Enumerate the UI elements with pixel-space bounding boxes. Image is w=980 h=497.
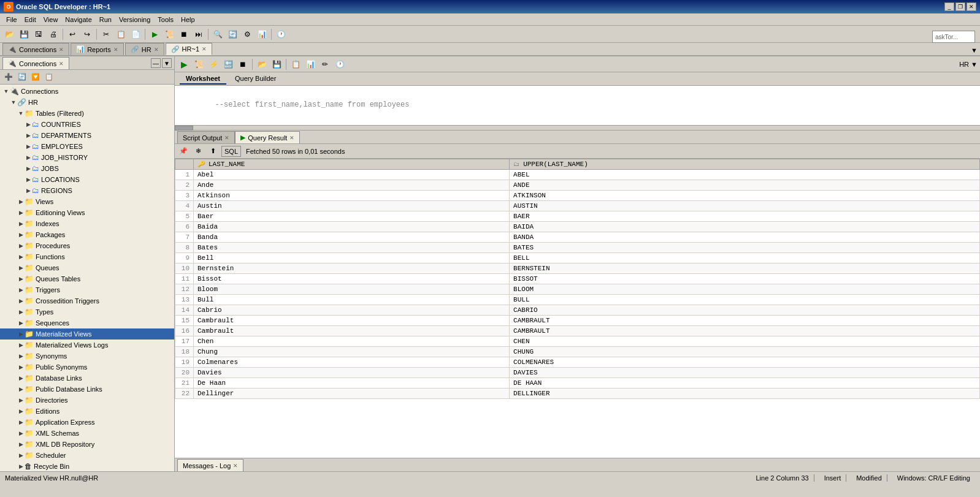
- open-sql-button[interactable]: 📂: [255, 58, 269, 71]
- left-panel-dropdown[interactable]: ▼: [162, 58, 172, 68]
- table-row[interactable]: 2AndeANDE: [175, 180, 980, 191]
- explain-plan-button[interactable]: 📋: [289, 58, 302, 71]
- tree-types[interactable]: ▶ 📁 Types: [0, 306, 174, 317]
- table-row[interactable]: 7BandaBANDA: [175, 232, 980, 243]
- history-button[interactable]: 🕐: [333, 58, 346, 71]
- menu-edit[interactable]: Edit: [21, 15, 40, 25]
- minimize-button[interactable]: _: [944, 2, 954, 11]
- table-row[interactable]: 6BaidaBAIDA: [175, 222, 980, 232]
- save-all-button[interactable]: 🖫: [32, 28, 45, 41]
- table-row[interactable]: 20DaviesDAVIES: [175, 368, 980, 378]
- tree-database-links[interactable]: ▶ 📁 Database Links: [0, 373, 174, 384]
- tab-messages-log[interactable]: Messages - Log ✕: [177, 459, 243, 471]
- editor-scrollbar[interactable]: [175, 126, 980, 131]
- format-button[interactable]: ⚙: [240, 28, 254, 41]
- query-result-tab-close[interactable]: ✕: [289, 135, 294, 141]
- tree-synonyms[interactable]: ▶ 📁 Synonyms: [0, 351, 174, 362]
- menu-run[interactable]: Run: [96, 15, 115, 25]
- pin-button[interactable]: 📌: [177, 145, 189, 157]
- editor-scroll-thumb[interactable]: [175, 126, 193, 131]
- close-button[interactable]: ✕: [967, 2, 976, 11]
- tree-expand-employees[interactable]: ▶: [25, 143, 32, 150]
- left-tab-connections[interactable]: 🔌 Connections ✕: [2, 57, 69, 69]
- tree-expand-countries[interactable]: ▶: [25, 121, 32, 128]
- table-row[interactable]: 11BissotBISSOT: [175, 274, 980, 284]
- table-row[interactable]: 12BloomBLOOM: [175, 284, 980, 295]
- tree-functions[interactable]: ▶ 📁 Functions: [0, 251, 174, 262]
- tree-application-express[interactable]: ▶ 📁 Application Express: [0, 417, 174, 428]
- tree-packages[interactable]: ▶ 📁 Packages: [0, 229, 174, 240]
- table-row[interactable]: 15CambraultCAMBRAULT: [175, 316, 980, 326]
- tree-table-job-history[interactable]: ▶ 🗂 JOB_HISTORY: [0, 152, 174, 163]
- tree-crossedition-triggers[interactable]: ▶ 📁 Crossedition Triggers: [0, 295, 174, 306]
- table-row[interactable]: 5BaerBAER: [175, 211, 980, 222]
- commit-button[interactable]: ⚡: [207, 58, 220, 71]
- run-script-button[interactable]: 📜: [163, 28, 176, 41]
- menu-view[interactable]: View: [40, 15, 62, 25]
- tree-expand-locations[interactable]: ▶: [25, 176, 32, 183]
- table-row[interactable]: 16CambraultCAMBRAULT: [175, 326, 980, 336]
- col-header-upper-last-name[interactable]: 🗂 UPPER(LAST_NAME): [510, 159, 980, 170]
- tree-materialized-views[interactable]: ▶ 📁 Materialized Views: [0, 328, 174, 340]
- edit-button[interactable]: ✏: [318, 58, 332, 71]
- connections-tab-close[interactable]: ✕: [59, 47, 64, 53]
- tree-expand-hr[interactable]: ▼: [10, 99, 17, 106]
- run-statement-button[interactable]: ▶: [177, 58, 191, 71]
- copy-button[interactable]: 📋: [114, 28, 128, 41]
- col-header-last-name[interactable]: 🔑 LAST_NAME: [194, 159, 510, 170]
- save-sql-button[interactable]: 💾: [270, 58, 283, 71]
- table-row[interactable]: 9BellBELL: [175, 253, 980, 264]
- tree-expand-departments[interactable]: ▶: [25, 132, 32, 139]
- tree-triggers[interactable]: ▶ 📁 Triggers: [0, 284, 174, 295]
- autotrace-button[interactable]: 📊: [304, 58, 317, 71]
- freeze-button[interactable]: ❄: [192, 145, 204, 157]
- tree-hr[interactable]: ▼ 🔗 HR: [0, 97, 174, 108]
- add-connection-button[interactable]: ➕: [2, 71, 15, 83]
- tree-public-synonyms[interactable]: ▶ 📁 Public Synonyms: [0, 362, 174, 373]
- refresh-button[interactable]: 🔄: [16, 71, 28, 83]
- history-button[interactable]: 🕐: [274, 28, 288, 41]
- tree-public-database-links[interactable]: ▶ 📁 Public Database Links: [0, 384, 174, 395]
- editor-area[interactable]: --select first_name,last_name from emplo…: [175, 86, 980, 126]
- tree-sequences[interactable]: ▶ 📁 Sequences: [0, 317, 174, 328]
- tree-expand-connections[interactable]: ▼: [2, 88, 10, 95]
- data-table-wrapper[interactable]: 🔑 LAST_NAME 🗂 UPPER(LAST_NAME) 1AbelABEL…: [175, 159, 980, 458]
- table-row[interactable]: 13BullBULL: [175, 295, 980, 305]
- table-row[interactable]: 14CabrioCABRIO: [175, 305, 980, 316]
- tree-tables-filtered[interactable]: ▼ 📁 Tables (Filtered): [0, 108, 174, 119]
- tree-table-departments[interactable]: ▶ 🗂 DEPARTMENTS: [0, 130, 174, 141]
- left-tab-conn-close[interactable]: ✕: [59, 61, 64, 67]
- tree-table-locations[interactable]: ▶ 🗂 LOCATIONS: [0, 174, 174, 185]
- hr1-tab-close[interactable]: ✕: [202, 46, 207, 52]
- tab-hr1[interactable]: 🔗 HR~1 ✕: [166, 43, 212, 55]
- tree-xml-db-repository[interactable]: ▶ 📁 XML DB Repository: [0, 439, 174, 450]
- table-row[interactable]: 19ColmenaresCOLMENARES: [175, 357, 980, 368]
- tab-query-builder[interactable]: Query Builder: [229, 74, 282, 85]
- step-button[interactable]: ⏭: [192, 28, 205, 41]
- filter-button[interactable]: 🔽: [29, 71, 42, 83]
- cut-button[interactable]: ✂: [99, 28, 113, 41]
- menu-versioning[interactable]: Versioning: [115, 15, 154, 25]
- print-button[interactable]: 🖨: [47, 28, 60, 41]
- ask-tooltip-box[interactable]: askTor...: [932, 31, 975, 43]
- table-row[interactable]: 21De HaanDE HAAN: [175, 378, 980, 389]
- reports-tab-close[interactable]: ✕: [113, 47, 118, 53]
- rollback-button[interactable]: 🔙: [221, 58, 235, 71]
- tree-container[interactable]: ▼ 🔌 Connections ▼ 🔗 HR ▼ 📁 Tables (Filte…: [0, 85, 174, 471]
- tab-dropdown-btn[interactable]: ▼: [971, 47, 978, 55]
- menu-file[interactable]: File: [2, 15, 21, 25]
- tab-worksheet[interactable]: Worksheet: [180, 74, 226, 85]
- col-header-rownum[interactable]: [175, 159, 194, 170]
- tree-queues[interactable]: ▶ 📁 Queues: [0, 262, 174, 273]
- tree-xml-schemas[interactable]: ▶ 📁 XML Schemas: [0, 428, 174, 439]
- autotrace-button[interactable]: 📊: [255, 28, 269, 41]
- tab-script-output[interactable]: Script Output ✕: [177, 131, 235, 143]
- export-button[interactable]: ⬆: [207, 145, 219, 157]
- menu-tools[interactable]: Tools: [154, 15, 177, 25]
- save-button[interactable]: 💾: [17, 28, 31, 41]
- restore-button[interactable]: ❐: [955, 2, 965, 11]
- tree-table-countries[interactable]: ▶ 🗂 COUNTRIES: [0, 119, 174, 130]
- tab-hr[interactable]: 🔗 HR ✕: [125, 43, 164, 55]
- sql-label-btn[interactable]: SQL: [221, 146, 241, 157]
- tree-queues-tables[interactable]: ▶ 📁 Queues Tables: [0, 273, 174, 284]
